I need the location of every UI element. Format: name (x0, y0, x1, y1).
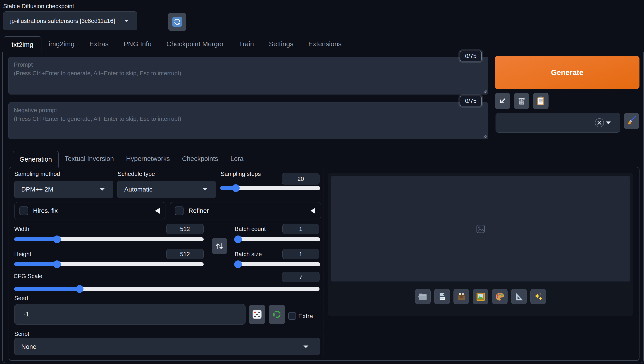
subtab-checkpoints[interactable]: Checkpoints (176, 151, 224, 167)
palette-icon (495, 292, 505, 302)
generate-button[interactable]: Generate (495, 56, 640, 89)
checkpoint-value: jp-illustrations.safetensors [3c8ed11a16… (10, 18, 115, 25)
clear-prompt-button[interactable] (514, 93, 529, 109)
checkpoint-dropdown[interactable]: jp-illustrations.safetensors [3c8ed11a16… (3, 11, 137, 30)
open-folder-icon (418, 292, 428, 301)
open-folder-button[interactable] (415, 289, 430, 304)
apply-styles-button[interactable] (533, 93, 548, 109)
refresh-checkpoint-button[interactable] (168, 13, 186, 31)
subtab-hypernetworks[interactable]: Hypernetworks (120, 151, 176, 167)
clear-icon (597, 121, 602, 125)
triangle-ruler-icon (514, 292, 524, 301)
result-image-area (331, 176, 630, 281)
tab-extensions[interactable]: Extensions (301, 36, 349, 52)
paintbrush-icon (626, 116, 637, 126)
refresh-icon (172, 17, 182, 27)
subtab-textual-inversion[interactable]: Textual Inversion (58, 151, 120, 167)
clear-styles-button[interactable] (595, 118, 604, 127)
sparkles-icon (533, 292, 543, 302)
send-to-inpaint-button[interactable] (492, 289, 508, 304)
send-to-extras-button[interactable] (511, 289, 527, 304)
tab-checkpoint-merger[interactable]: Checkpoint Merger (159, 36, 231, 52)
edit-styles-button[interactable] (624, 113, 639, 129)
save-zip-button[interactable] (454, 289, 469, 304)
negative-prompt-input[interactable] (8, 102, 488, 139)
prompt-input[interactable] (8, 57, 488, 95)
arrow-down-left-icon (499, 97, 506, 105)
subtab-generation[interactable]: Generation (13, 151, 58, 167)
paste-generation-params-button[interactable] (495, 93, 510, 109)
send-to-img2img-button[interactable] (473, 289, 488, 304)
upscale-button[interactable] (530, 289, 546, 304)
column-separator (324, 170, 324, 357)
tab-extras[interactable]: Extras (82, 36, 116, 52)
subtab-lora[interactable]: Lora (224, 151, 250, 167)
save-image-button[interactable] (434, 289, 450, 304)
framed-picture-icon (476, 292, 486, 301)
tab-png-info[interactable]: PNG Info (116, 36, 159, 52)
tab-img2img[interactable]: img2img (42, 36, 82, 52)
styles-dropdown[interactable] (496, 113, 620, 133)
floppy-disk-icon (438, 292, 447, 301)
clipboard-icon (536, 96, 545, 106)
main-tabs: txt2img img2img Extras PNG Info Checkpoi… (4, 36, 349, 52)
card-file-box-icon (457, 292, 466, 301)
gallery-toolbar (328, 289, 633, 304)
resize-handle-icon[interactable] (482, 133, 487, 138)
chevron-down-icon (124, 19, 129, 23)
resize-handle-icon[interactable] (482, 88, 487, 93)
result-gallery (328, 173, 633, 316)
negative-prompt-token-counter: 0/75 (460, 96, 482, 106)
tab-train[interactable]: Train (231, 36, 261, 52)
trash-icon (517, 97, 526, 106)
checkpoint-label: Stable Diffusion checkpoint (3, 3, 74, 10)
prompt-token-counter: 0/75 (460, 51, 482, 61)
app-root: Stable Diffusion checkpoint jp-illustrat… (0, 0, 644, 364)
chevron-down-icon[interactable] (605, 121, 611, 125)
txt2img-sub-tabs: Generation Textual Inversion Hypernetwor… (13, 151, 250, 167)
tab-txt2img[interactable]: txt2img (4, 36, 42, 52)
negative-prompt-container: Negative prompt (Press Ctrl+Enter to gen… (8, 102, 488, 139)
image-placeholder-icon (476, 225, 485, 233)
main-tabs-underline (2, 52, 644, 52)
tab-settings[interactable]: Settings (261, 36, 301, 52)
prompt-container: Prompt (Press Ctrl+Enter to generate, Al… (8, 57, 488, 95)
